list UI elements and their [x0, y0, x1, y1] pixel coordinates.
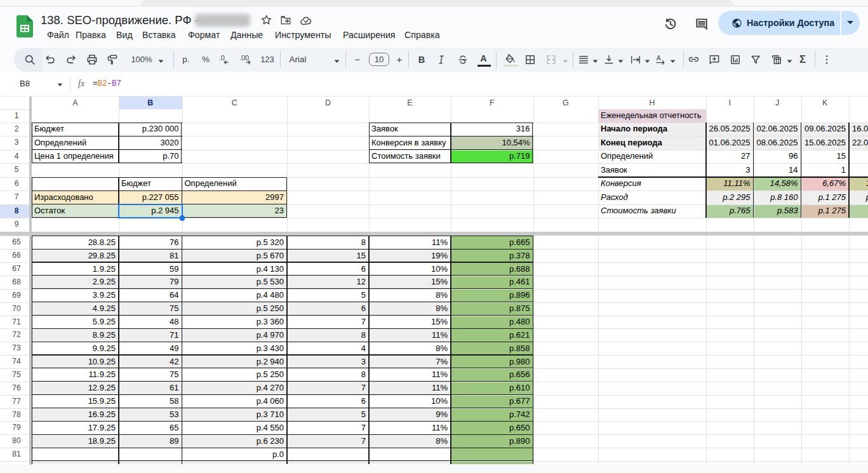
- svg-text:A: A: [657, 55, 661, 62]
- svg-text:.00: .00: [239, 53, 249, 61]
- svg-text:.0: .0: [219, 53, 225, 61]
